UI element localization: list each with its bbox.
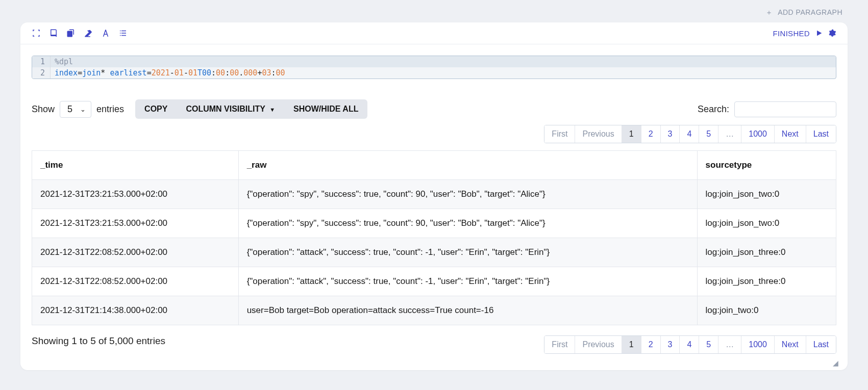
eraser-icon[interactable]: [84, 29, 93, 38]
table-cell: 2021-12-31T21:14:38.000+02:00: [32, 296, 239, 325]
chevron-down-icon: ⌄: [80, 106, 86, 113]
page-button[interactable]: 3: [660, 336, 680, 353]
table-cell: log:join_json_two:0: [697, 209, 836, 238]
entries-label: entries: [96, 104, 124, 115]
list-icon[interactable]: [118, 29, 128, 38]
search-input[interactable]: [734, 101, 836, 117]
notebook-cell: FINISHED 1 %dpl 2 index=join* earliest=2…: [20, 22, 848, 370]
page-button[interactable]: Last: [806, 336, 836, 353]
table-cell: log:join_json_three:0: [697, 267, 836, 296]
add-paragraph-label: ADD PARAGRAPH: [778, 8, 842, 16]
table-row: 2021-12-31T21:14:38.000+02:00user=Bob ta…: [32, 296, 836, 325]
plus-icon: ＋: [765, 8, 773, 16]
show-label: Show: [32, 104, 55, 115]
table-controls: Show 5 ⌄ entries COPY COLUMN VISIBILITY …: [20, 79, 848, 125]
table-cell: log:join_json_three:0: [697, 238, 836, 267]
pagination-bottom: FirstPrevious12345…1000NextLast: [544, 335, 836, 354]
table-cell: 2021-12-31T22:08:52.000+02:00: [32, 238, 239, 267]
gear-icon[interactable]: [828, 29, 836, 37]
table-row: 2021-12-31T23:21:53.000+02:00{"operation…: [32, 180, 836, 209]
collapse-icon[interactable]: [32, 29, 41, 38]
page-button[interactable]: 1: [622, 336, 641, 353]
page-button: First: [544, 125, 575, 143]
table-row: 2021-12-31T23:21:53.000+02:00{"operation…: [32, 209, 836, 238]
search-label: Search:: [698, 104, 729, 115]
table-cell: {"operation": "attack", "success": true,…: [238, 238, 697, 267]
show-hide-all-button[interactable]: SHOW/HIDE ALL: [284, 99, 367, 119]
cell-status: FINISHED: [773, 29, 810, 38]
page-button[interactable]: Last: [806, 125, 836, 143]
table-row: 2021-12-31T22:08:52.000+02:00{"operation…: [32, 238, 836, 267]
table-cell: {"operation": "attack", "success": true,…: [238, 267, 697, 296]
table-info: Showing 1 to 5 of 5,000 entries: [32, 335, 165, 347]
table-cell: 2021-12-31T23:21:53.000+02:00: [32, 209, 239, 238]
column-header[interactable]: _time: [32, 151, 239, 180]
column-visibility-button[interactable]: COLUMN VISIBILITY ▼: [177, 99, 284, 119]
results-table: _time_rawsourcetype 2021-12-31T23:21:53.…: [32, 150, 836, 325]
page-button: First: [544, 336, 575, 353]
page-button[interactable]: 2: [641, 125, 660, 143]
page-button[interactable]: 4: [679, 336, 699, 353]
page-button[interactable]: 5: [699, 336, 718, 353]
table-cell: log:join_two:0: [697, 296, 836, 325]
page-button: Previous: [575, 336, 621, 353]
code-line-2: 2 index=join* earliest=2021-01-01T00:00:…: [32, 67, 836, 79]
code-editor[interactable]: 1 %dpl 2 index=join* earliest=2021-01-01…: [32, 56, 836, 79]
page-button[interactable]: 1: [622, 125, 641, 143]
table-cell: 2021-12-31T22:08:52.000+02:00: [32, 267, 239, 296]
page-size-select[interactable]: 5 ⌄: [60, 101, 91, 118]
page-button[interactable]: 1000: [741, 125, 774, 143]
table-cell: {"operation": "spy", "success": true, "c…: [238, 180, 697, 209]
page-button: …: [718, 336, 741, 353]
page-button[interactable]: Next: [774, 336, 806, 353]
cell-toolbar: FINISHED: [20, 22, 848, 44]
table-row: 2021-12-31T22:08:52.000+02:00{"operation…: [32, 267, 836, 296]
add-paragraph-button[interactable]: ＋ ADD PARAGRAPH: [20, 0, 848, 22]
table-cell: {"operation": "spy", "success": true, "c…: [238, 209, 697, 238]
column-header[interactable]: _raw: [238, 151, 697, 180]
resize-handle-icon[interactable]: ◢: [20, 359, 848, 370]
page-button[interactable]: 5: [699, 125, 718, 143]
copy-button[interactable]: COPY: [135, 99, 177, 119]
code-line-1: 1 %dpl: [32, 56, 836, 67]
page-button[interactable]: 1000: [741, 336, 774, 353]
copy-icon[interactable]: [66, 29, 76, 38]
table-cell: user=Bob target=Bob operation=attack suc…: [238, 296, 697, 325]
table-cell: 2021-12-31T23:21:53.000+02:00: [32, 180, 239, 209]
page-button: Previous: [575, 125, 621, 143]
page-button[interactable]: 4: [679, 125, 699, 143]
pagination-top: FirstPrevious12345…1000NextLast: [544, 125, 836, 143]
caret-down-icon: ▼: [269, 107, 275, 113]
table-cell: log:join_json_two:0: [697, 180, 836, 209]
run-icon[interactable]: [815, 29, 823, 37]
book-icon[interactable]: [49, 29, 58, 38]
column-header[interactable]: sourcetype: [697, 151, 836, 180]
page-button[interactable]: 2: [641, 336, 660, 353]
font-icon[interactable]: [101, 29, 110, 38]
page-button[interactable]: Next: [774, 125, 806, 143]
page-button: …: [718, 125, 741, 143]
page-button[interactable]: 3: [660, 125, 680, 143]
